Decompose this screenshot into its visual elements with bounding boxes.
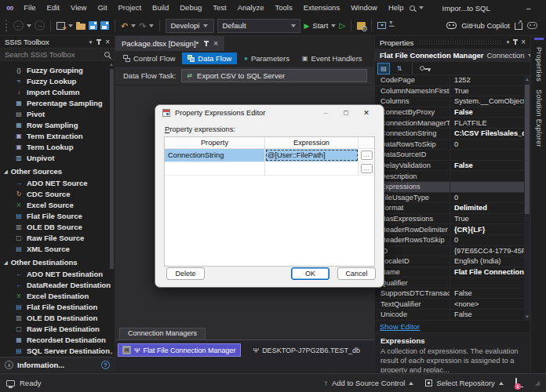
toolbox-information-bar[interactable]: ∧ Information... ? [0,357,115,372]
back-dropdown-icon[interactable] [27,24,31,27]
toolbox-item-pivot[interactable]: ▤Pivot [0,108,115,119]
property-pages-icon[interactable] [420,66,424,71]
redo-button[interactable]: ↷ [139,21,146,31]
property-row-columns[interactable]: ColumnsSystem.__ComObject [375,96,530,107]
expression-cell[interactable]: @[User::FilePath] [265,149,359,162]
menu-analyze[interactable]: Analyze [232,0,270,16]
navigate-forward-button[interactable]: → [35,20,45,31]
share-icon[interactable] [515,23,522,30]
toolbox-item-unpivot[interactable]: ▥Unpivot [0,152,115,163]
new-dropdown-icon[interactable] [68,24,73,27]
help-icon[interactable]: ? [101,361,110,369]
maximize-button[interactable] [541,0,546,16]
property-row-connectbyproxy[interactable]: ConnectByProxyFalse [375,107,530,118]
solution-configuration-dropdown[interactable]: Developi [166,19,214,33]
menu-help[interactable]: Help [383,0,410,16]
tab-parameters[interactable]: ●Parameters [238,53,295,64]
start-icon[interactable]: ▶ [304,22,309,30]
expand-icon[interactable]: ∧ [5,361,13,369]
tab-properties[interactable]: Properties [535,43,543,85]
toolbox-item-fuzzy-lookup[interactable]: ≈Fuzzy Lookup [0,75,115,86]
select-repository-button[interactable]: Select Repository [425,379,503,387]
property-row-id[interactable]: ID{97E65CC4-1779-45F5-BE [375,246,530,257]
quick-search[interactable] [410,5,424,11]
github-copilot-icon[interactable] [446,22,457,29]
delete-button[interactable]: Delete [166,267,205,280]
copilot-chat-icon[interactable] [527,22,537,29]
property-row-headerrowstoskip[interactable]: HeaderRowsToSkip0 [375,235,530,246]
menu-edit[interactable]: Edit [42,0,65,16]
toolbox-item-flat-file-source[interactable]: ▤Flat File Source [0,210,115,221]
toolbox-menu-icon[interactable]: ▾ [89,39,93,45]
property-row-columnnamesinfirstd[interactable]: ColumnNamesInFirstDTrue [375,86,530,97]
notifications-button[interactable]: 1 [515,379,517,387]
solution-platform-dropdown[interactable]: Default [217,19,300,33]
property-row-supportsdtctransactio[interactable]: SupportsDTCTransactioFalse [375,289,530,299]
menu-file[interactable]: File [18,0,41,16]
toolbar-overflow-button[interactable]: ▾▔ [389,19,393,33]
toolbox-item-fuzzy-grouping[interactable]: {}Fuzzy Grouping [0,64,115,75]
live-share-button[interactable] [377,22,386,29]
add-to-source-control-button[interactable]: ↑ Add to Source Control [324,379,413,387]
save-button[interactable] [89,21,97,30]
ok-button[interactable]: OK [291,267,329,280]
minimize-button[interactable] [517,0,541,16]
dialog-maximize-button[interactable]: □ [336,109,356,117]
start-without-debugging-button[interactable]: ▷ [339,21,345,30]
property-row-textqualifier[interactable]: TextQualifier<none> [375,299,530,310]
tab-data-flow[interactable]: Data Flow [182,53,237,64]
undo-button[interactable]: ↶ [121,21,128,31]
data-flow-task-dropdown[interactable]: ⇄ Export CSV to SQL Server [181,69,367,82]
property-row-datasourceid[interactable]: DataSourceID [375,150,530,161]
menu-extensions[interactable]: Extensions [298,0,345,16]
property-row-localeid[interactable]: LocaleIDEnglish (India) [375,256,530,267]
connection-manager-flat-file-connection-manager[interactable]: ▤ΨFlat File Connection Manager [118,344,240,356]
toolbox-item-xml-source[interactable]: ▤XML Source [0,243,115,254]
property-row-unicode[interactable]: UnicodeFalse [375,310,530,321]
tab-event-handlers[interactable]: ▣Event Handlers [297,53,368,64]
attach-to-process-button[interactable] [357,22,366,30]
alphabetical-sort-button[interactable]: ⇅ [394,64,405,74]
pin-icon[interactable] [96,39,101,45]
dialog-close-button[interactable]: ✕ [356,109,377,117]
menu-git[interactable]: Git [92,0,112,16]
new-project-button[interactable] [56,22,65,30]
menu-view[interactable]: View [65,0,92,16]
toolbox-item-ado-net-destination[interactable]: ←ADO NET Destination [0,268,115,279]
property-row-codepage[interactable]: CodePage1252 [375,75,530,86]
pin-icon[interactable] [512,39,518,45]
toolbox-item-raw-file-source[interactable]: ▢Raw File Source [0,232,115,243]
expression-ellipsis-button[interactable]: … [361,151,373,160]
resize-grip[interactable]: ◢ [535,379,540,387]
open-file-button[interactable] [76,24,86,30]
expression-row-empty[interactable]: … [165,162,374,176]
tab-control-flow[interactable]: Control Flow [118,53,180,64]
toolbox-item-ado-net-source[interactable]: →ADO NET Source [0,177,115,188]
connection-managers-tab[interactable]: Connection Managers [119,328,206,339]
categorized-view-button[interactable]: ▤ [378,64,389,74]
expression-row-connectionstring[interactable]: ConnectionString@[User::FilePath]… [165,149,374,162]
toolbox-item-term-lookup[interactable]: ▣Term Lookup [0,141,115,152]
toolbox-item-ole-db-source[interactable]: ▥OLE DB Source [0,221,115,232]
toolbox-item-cdc-source[interactable]: ↻CDC Source [0,188,115,199]
expression-ellipsis-button[interactable]: … [361,164,373,173]
toolbox-item-recordset-destination[interactable]: ▦Recordset Destination [0,334,115,345]
toolbox-item-excel-destination[interactable]: XExcel Destination [0,290,115,301]
menu-window[interactable]: Window [345,0,383,16]
toolbox-item-excel-source[interactable]: XExcel Source [0,199,115,210]
toolbar-grip[interactable] [5,20,9,31]
toolbox-item-percentage-sampling[interactable]: ▦Percentage Sampling [0,97,115,108]
menu-project[interactable]: Project [113,0,147,16]
navigate-back-button[interactable]: ← [13,20,24,31]
tab-solution-explorer[interactable]: Solution Explorer [535,85,543,151]
properties-object-dropdown[interactable]: Flat File Connection Manager Connection [375,49,530,62]
dialog-title-bar[interactable]: Property Expressions Editor – □ ✕ [155,105,384,121]
feedback-icon[interactable] [6,380,15,387]
scroll-down-icon[interactable]: ▼ [524,314,530,320]
start-button-label[interactable]: Start [312,21,328,30]
toolbox-item-row-sampling[interactable]: ▦Row Sampling [0,119,115,130]
property-row-delayvalidation[interactable]: DelayValidationFalse [375,161,530,172]
toolbox-item-raw-file-destination[interactable]: ▢Raw File Destination [0,323,115,334]
property-row-datarowstoskip[interactable]: DataRowsToSkip0 [375,140,530,151]
scrollbar-thumb[interactable] [525,85,530,214]
